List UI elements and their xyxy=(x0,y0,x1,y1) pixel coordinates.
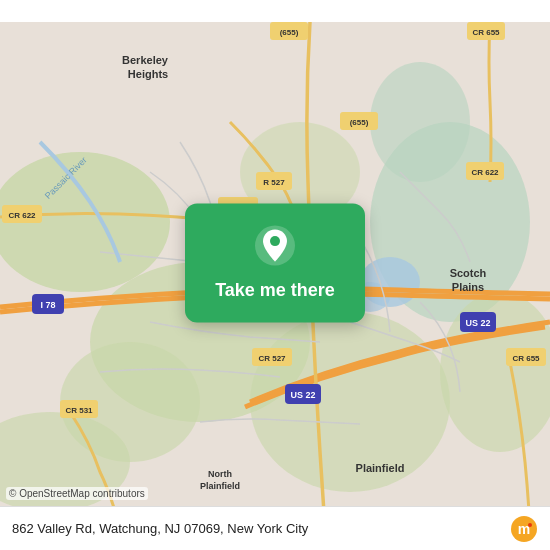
svg-text:R 527: R 527 xyxy=(263,178,285,187)
svg-text:CR 527: CR 527 xyxy=(258,354,286,363)
take-me-there-label: Take me there xyxy=(215,280,335,301)
svg-text:Scotch: Scotch xyxy=(450,267,487,279)
svg-text:US 22: US 22 xyxy=(290,390,315,400)
svg-text:I 78: I 78 xyxy=(40,300,55,310)
svg-point-52 xyxy=(528,523,532,527)
svg-text:Plains: Plains xyxy=(452,281,484,293)
bottom-bar: 862 Valley Rd, Watchung, NJ 07069, New Y… xyxy=(0,506,550,550)
svg-text:CR 622: CR 622 xyxy=(471,168,499,177)
svg-text:CR 622: CR 622 xyxy=(8,211,36,220)
take-me-there-card[interactable]: Take me there xyxy=(185,204,365,323)
svg-text:CR 655: CR 655 xyxy=(512,354,540,363)
svg-text:Plainfield: Plainfield xyxy=(200,481,240,491)
svg-point-49 xyxy=(270,236,280,246)
map-copyright: © OpenStreetMap contributors xyxy=(6,487,148,500)
svg-text:(655): (655) xyxy=(350,118,369,127)
moovit-logo: m xyxy=(510,515,538,543)
svg-text:Plainfield: Plainfield xyxy=(356,462,405,474)
location-pin-icon xyxy=(253,224,297,268)
svg-text:m: m xyxy=(518,521,530,537)
address-label: 862 Valley Rd, Watchung, NJ 07069, New Y… xyxy=(12,521,308,536)
map-container[interactable]: I 78 I 78 US 22 US 22 CR 622 CR 622 CR 5… xyxy=(0,0,550,550)
svg-text:CR 655: CR 655 xyxy=(472,28,500,37)
svg-text:North: North xyxy=(208,469,232,479)
svg-text:CR 531: CR 531 xyxy=(65,406,93,415)
svg-text:US 22: US 22 xyxy=(465,318,490,328)
svg-point-9 xyxy=(370,62,470,182)
svg-text:Berkeley: Berkeley xyxy=(122,54,169,66)
svg-text:(655): (655) xyxy=(280,28,299,37)
svg-text:Heights: Heights xyxy=(128,68,168,80)
moovit-icon: m xyxy=(510,515,538,543)
